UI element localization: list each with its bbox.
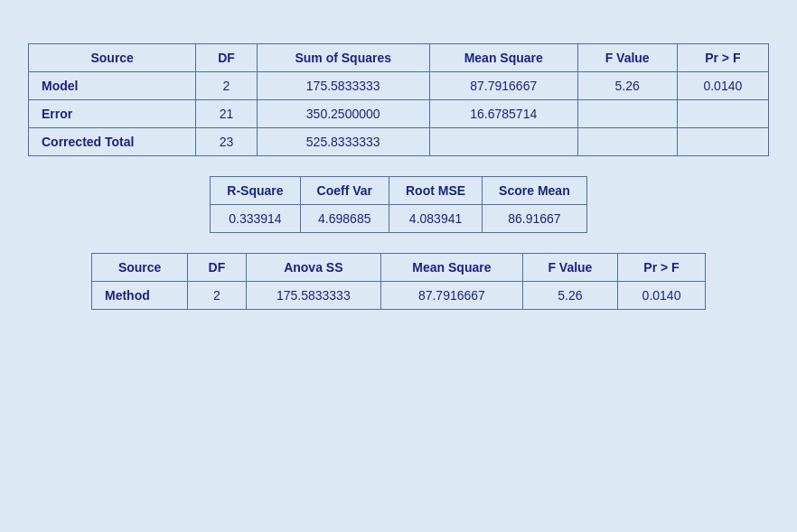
anova-table: SourceDFAnova SSMean SquareF ValuePr > F…: [91, 253, 706, 310]
main-table: SourceDFSum of SquaresMean SquareF Value…: [28, 43, 769, 156]
table-row: Corrected Total23525.8333333: [29, 128, 769, 156]
table-row: Method2175.583333387.79166675.260.0140: [92, 282, 706, 310]
table-row: Model2175.583333387.79166675.260.0140: [29, 72, 769, 100]
table-row: Error21350.250000016.6785714: [29, 100, 769, 128]
stats-table: R-SquareCoeff VarRoot MSEScore Mean 0.33…: [210, 176, 586, 233]
